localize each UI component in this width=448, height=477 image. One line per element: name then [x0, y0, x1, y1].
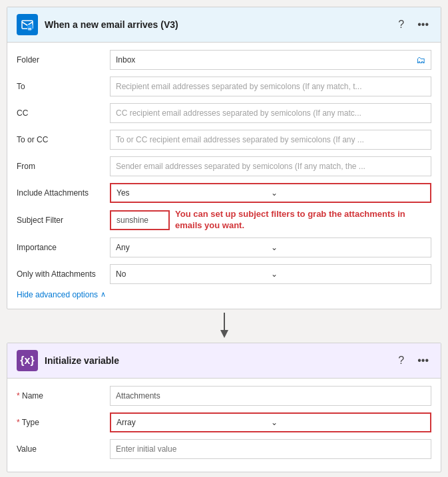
folder-icon: 🗂 [416, 55, 425, 65]
include-attachments-row: Include Attachments Yes ⌄ [17, 182, 431, 204]
cc-input[interactable] [110, 103, 431, 123]
variable-icon: {x} [20, 355, 34, 367]
only-with-attachments-label: Only with Attachments [17, 269, 110, 279]
subject-filter-annotation-box: You can set up subject filters to grab t… [110, 209, 431, 232]
only-with-attachments-dropdown[interactable]: No ⌄ [110, 264, 431, 284]
type-chevron: ⌄ [271, 418, 425, 427]
folder-text-input[interactable] [116, 55, 416, 65]
subject-filter-annotation: You can set up subject filters to grab t… [175, 209, 431, 232]
svg-marker-4 [220, 330, 228, 338]
email-icon: ✉ [17, 14, 38, 35]
cc-label: CC [17, 108, 110, 118]
value-row: Value [17, 438, 431, 460]
type-value: Array [116, 418, 271, 427]
importance-chevron: ⌄ [271, 243, 426, 252]
name-input[interactable] [110, 386, 431, 406]
subject-filter-input[interactable] [110, 210, 170, 230]
help-icon: ? [398, 19, 404, 31]
value-input[interactable] [110, 439, 431, 459]
from-input[interactable] [110, 156, 431, 176]
down-arrow-icon [216, 313, 232, 339]
importance-row: Importance Any ⌄ [17, 237, 431, 258]
from-label: From [17, 162, 110, 171]
subject-filter-label: Subject Filter [17, 216, 110, 225]
folder-row: Folder 🗂 [17, 49, 431, 71]
to-or-cc-label: To or CC [17, 135, 110, 144]
card2-body: Name Type Array ⌄ Value [7, 379, 441, 472]
folder-label: Folder [17, 55, 110, 65]
card1-more-button[interactable]: ••• [415, 17, 431, 32]
card2-title: Initialize variable [45, 355, 389, 366]
card1-body: Folder 🗂 To CC To or CC From I [7, 43, 441, 309]
include-attachments-value: Yes [116, 188, 271, 198]
card2-more-icon: ••• [417, 355, 429, 367]
variable-icon-container: {x} [17, 350, 38, 371]
initialize-variable-card: {x} Initialize variable ? ••• Name Type … [7, 343, 441, 472]
svg-text:✉: ✉ [28, 27, 31, 31]
from-row: From [17, 156, 431, 177]
only-with-attachments-chevron: ⌄ [271, 269, 426, 279]
importance-value: Any [116, 243, 271, 252]
card1-help-button[interactable]: ? [395, 17, 407, 32]
include-attachments-chevron: ⌄ [271, 188, 425, 198]
subject-filter-row: Subject Filter You can set up subject fi… [17, 209, 431, 232]
to-row: To [17, 76, 431, 97]
name-row: Name [17, 385, 431, 406]
only-with-attachments-value: No [116, 269, 271, 279]
card2-more-button[interactable]: ••• [415, 353, 431, 368]
type-row: Type Array ⌄ [17, 412, 431, 433]
cc-row: CC [17, 102, 431, 124]
only-with-attachments-row: Only with Attachments No ⌄ [17, 263, 431, 285]
to-label: To [17, 82, 110, 91]
card2-header: {x} Initialize variable ? ••• [7, 343, 441, 379]
card1-header: ✉ When a new email arrives (V3) ? ••• [7, 7, 441, 43]
include-attachments-dropdown[interactable]: Yes ⌄ [110, 183, 431, 203]
value-label: Value [17, 444, 110, 454]
arrow-connector [7, 309, 441, 343]
hide-advanced-section: Hide advanced options ∧ [17, 290, 431, 299]
folder-input[interactable]: 🗂 [110, 50, 431, 70]
hide-advanced-link[interactable]: Hide advanced options [17, 290, 98, 299]
include-attachments-label: Include Attachments [17, 188, 110, 198]
card2-help-icon: ? [398, 355, 404, 367]
importance-label: Importance [17, 243, 110, 252]
card2-help-button[interactable]: ? [395, 353, 407, 368]
email-trigger-card: ✉ When a new email arrives (V3) ? ••• Fo… [7, 7, 441, 309]
to-or-cc-input[interactable] [110, 130, 431, 150]
to-input[interactable] [110, 77, 431, 96]
type-dropdown[interactable]: Array ⌄ [110, 412, 431, 432]
card1-title: When a new email arrives (V3) [45, 19, 389, 30]
type-label: Type [17, 418, 110, 427]
name-label: Name [17, 391, 110, 400]
importance-dropdown[interactable]: Any ⌄ [110, 238, 431, 257]
to-or-cc-row: To or CC [17, 129, 431, 150]
chevron-up-icon: ∧ [101, 290, 106, 299]
more-icon: ••• [417, 19, 429, 31]
card1-actions: ? ••• [395, 17, 431, 32]
card2-actions: ? ••• [395, 353, 431, 368]
